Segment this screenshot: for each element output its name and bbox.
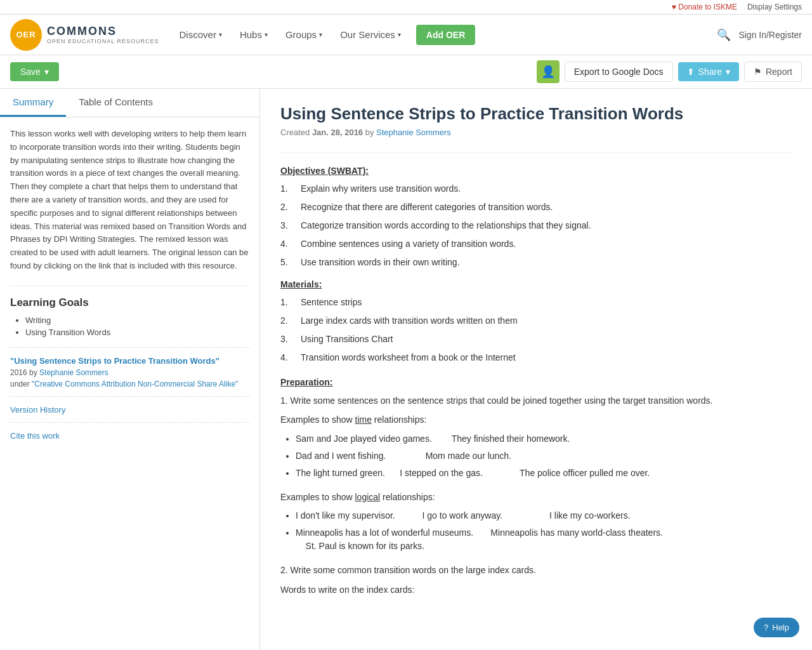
help-icon: ? [764,623,768,632]
objectives-list: 1.Explain why writers use transition wor… [280,182,792,269]
subtitle-label: OPEN EDUCATIONAL RESOURCES [47,38,159,44]
cite-this-work-link[interactable]: Cite this work [10,431,60,441]
list-item: 2.Recognize that there are different cat… [280,201,792,214]
share-icon: ⬆ [687,67,695,77]
action-bar: Save ▾ 👤 Export to Google Docs ⬆ Share ▾… [0,55,812,89]
cite-meta: 2016 by Stephanie Sommers [10,368,249,377]
cite-license-meta: under "Creative Commons Attribution Non-… [10,380,249,388]
main-layout: Summary Table of Contents This lesson wo… [0,89,812,650]
materials-section: Materials: 1.Sentence strips 2.Large ind… [280,279,792,364]
discover-chevron-icon: ▾ [219,31,222,38]
preparation-section: Preparation: 1. Write some sentences on … [280,377,792,597]
logical-examples-list: I don't like my supervisor. I go to work… [280,509,792,553]
avatar-button[interactable]: 👤 [537,60,560,83]
report-button[interactable]: ⚑ Report [744,62,802,82]
divider [280,152,792,153]
our-services-nav-item[interactable]: Our Services ▾ [332,24,409,45]
list-item: Sam and Joe played video games. They fin… [296,432,792,446]
list-item: 3.Categorize transition words according … [280,219,792,232]
learning-goals-list: Writing Using Transition Words [10,315,249,337]
list-item: 4.Combine sentences using a variety of t… [280,237,792,251]
commons-label: COMMONS [47,25,159,38]
tab-toc[interactable]: Table of Contents [66,89,166,117]
list-item: 5.Use transition words in their own writ… [280,256,792,269]
objectives-heading: Objectives (SWBAT): [280,166,792,176]
prep-time-intro: Examples to show time relationships: [280,413,792,427]
add-oer-button[interactable]: Add OER [416,25,475,45]
preparation-heading: Preparation: [280,377,792,387]
materials-list: 1.Sentence strips 2.Large index cards wi… [280,296,792,364]
help-button[interactable]: ? Help [754,618,799,637]
list-item: The light turned green. I stepped on the… [296,467,792,480]
top-bar: Donate to ISKME Display Settings [0,0,812,15]
sign-in-link[interactable]: Sign In/Register [738,30,802,40]
resource-title: Using Sentence Strips to Practice Transi… [280,104,792,124]
nav-items: Discover ▾ Hubs ▾ Groups ▾ Our Services … [172,24,710,45]
hubs-chevron-icon: ▾ [265,31,268,38]
export-button[interactable]: Export to Google Docs [565,62,673,82]
main-nav: OER COMMONS OPEN EDUCATIONAL RESOURCES D… [0,15,812,55]
sidebar-content: This lesson works well with developing w… [0,117,259,451]
list-item: 4.Transition words worksheet from a book… [280,351,792,364]
learning-goals-section: Learning Goals Writing Using Transition … [10,286,249,337]
cite-author-link[interactable]: Stephanie Sommers [39,368,108,377]
list-item: 3.Using Transitions Chart [280,333,792,346]
display-settings[interactable]: Display Settings [747,3,802,11]
save-chevron-icon: ▾ [44,67,49,77]
list-item: Minneapolis has a lot of wonderful museu… [296,526,792,553]
cite-resource-link[interactable]: "Using Sentence Strips to Practice Trans… [10,356,219,366]
search-icon[interactable]: 🔍 [717,28,731,42]
share-chevron-icon: ▾ [726,67,730,77]
prep-words-intro: Words to write on the index cards: [280,583,792,597]
logical-link[interactable]: logical [355,492,381,502]
share-button[interactable]: ⬆ Share ▾ [678,62,739,81]
materials-heading: Materials: [280,279,792,289]
prep-logical-intro: Examples to show logical relationships: [280,490,792,504]
cite-work-section: Cite this work [10,422,249,441]
time-link[interactable]: time [355,415,372,425]
summary-text: This lesson works well with developing w… [10,128,249,273]
list-item: Dad and I went fishing. Mom made our lun… [296,449,792,463]
groups-chevron-icon: ▾ [319,31,322,38]
services-chevron-icon: ▾ [398,31,401,38]
tab-summary[interactable]: Summary [0,89,66,117]
hubs-nav-item[interactable]: Hubs ▾ [232,24,275,45]
time-examples-list: Sam and Joe played video games. They fin… [280,432,792,480]
sidebar-tabs: Summary Table of Contents [0,89,259,117]
version-section: Version History [10,396,249,415]
cite-section: "Using Sentence Strips to Practice Trans… [10,347,249,388]
list-item: Writing [25,315,249,325]
discover-nav-item[interactable]: Discover ▾ [172,24,230,45]
prep-step1-text: 1. Write some sentences on the sentence … [280,394,792,408]
author-link[interactable]: Stephanie Sommers [376,128,451,137]
save-button[interactable]: Save ▾ [10,62,59,81]
list-item: 1.Sentence strips [280,296,792,309]
main-content: Using Sentence Strips to Practice Transi… [260,89,812,650]
report-icon: ⚑ [754,67,762,77]
groups-nav-item[interactable]: Groups ▾ [278,24,330,45]
list-item: 2.Large index cards with transition word… [280,314,792,328]
list-item: 1.Explain why writers use transition wor… [280,182,792,196]
sidebar: Summary Table of Contents This lesson wo… [0,89,260,650]
cite-license-link[interactable]: "Creative Commons Attribution Non-Commer… [32,380,238,388]
resource-meta: Created Jan. 28, 2016 by Stephanie Somme… [280,128,792,137]
logo-circle: OER [10,19,42,51]
logo-text-area: COMMONS OPEN EDUCATIONAL RESOURCES [47,25,159,44]
list-item: I don't like my supervisor. I go to work… [296,509,792,522]
donate-link[interactable]: Donate to ISKME [672,3,737,11]
logo-link[interactable]: OER COMMONS OPEN EDUCATIONAL RESOURCES [10,19,159,51]
version-history-link[interactable]: Version History [10,405,65,415]
list-item: Using Transition Words [25,328,249,337]
prep-step2-text: 2. Write some common transition words on… [280,563,792,577]
learning-goals-title: Learning Goals [10,296,249,309]
